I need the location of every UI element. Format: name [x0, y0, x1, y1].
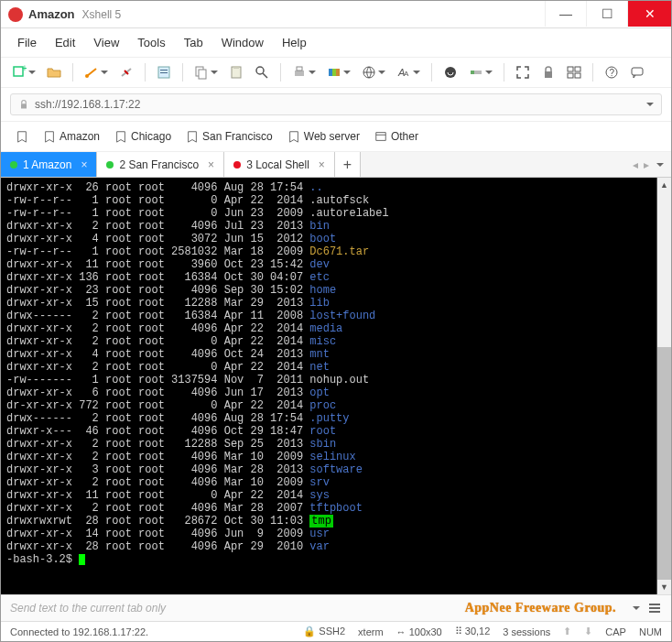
svg-rect-25 — [568, 73, 573, 78]
menu-tab[interactable]: Tab — [177, 32, 211, 53]
list-row: drwxr-x--- 46 root root 4096 Oct 29 18:4… — [6, 425, 651, 438]
address-dropdown-icon[interactable] — [645, 98, 654, 111]
lock-button[interactable] — [537, 61, 559, 83]
menu-edit[interactable]: Edit — [48, 32, 82, 53]
svg-rect-15 — [336, 69, 340, 76]
bookmarks-bar: Amazon Chicago San Francisco Web server … — [1, 122, 671, 152]
menu-window[interactable]: Window — [214, 32, 271, 53]
xagent-button[interactable] — [439, 61, 461, 83]
bookmark-other[interactable]: Other — [369, 127, 424, 146]
separator — [504, 63, 504, 82]
list-row: drwxr-xr-x 136 root root 16384 Oct 30 04… — [6, 271, 651, 284]
status-sessions: 3 sessions — [503, 626, 550, 637]
tab-prev-button[interactable]: ◂ — [633, 158, 638, 171]
hamburger-icon[interactable] — [647, 601, 662, 615]
status-dot-icon — [106, 161, 114, 169]
cursor — [79, 554, 85, 565]
properties-button[interactable] — [153, 61, 175, 83]
status-pos: ⠿ 30,12 — [455, 626, 491, 637]
maximize-button[interactable]: ☐ — [586, 1, 627, 27]
separator — [280, 63, 281, 82]
find-button[interactable] — [251, 61, 273, 83]
list-row: drwx------ 2 root root 4096 Aug 28 17:54… — [6, 412, 651, 425]
separator — [592, 63, 593, 82]
tab-label: 3 Local Shell — [246, 158, 309, 171]
encoding-button[interactable] — [358, 61, 389, 83]
list-row: -rw-r--r-- 1 root root 0 Apr 22 2014 .au… — [6, 194, 651, 207]
svg-rect-7 — [199, 70, 206, 79]
disconnect-button[interactable] — [115, 61, 137, 83]
svg-rect-23 — [568, 67, 573, 71]
toolbar: + AA ? — [1, 57, 671, 88]
paste-button[interactable] — [225, 61, 247, 83]
status-dot-icon — [233, 161, 241, 169]
tabs: 1 Amazon × 2 San Francisco × 3 Local She… — [1, 152, 671, 178]
terminal-area: drwxr-xr-x 26 root root 4096 Aug 28 17:5… — [1, 178, 671, 594]
svg-text:A: A — [404, 70, 409, 78]
list-row: -rw------- 1 root root 3137594 Nov 7 201… — [6, 374, 651, 386]
svg-rect-5 — [160, 72, 168, 73]
tab-san-francisco[interactable]: 2 San Francisco × — [97, 152, 224, 177]
list-row: -rw-r--r-- 1 root root 0 Jun 23 2009 .au… — [6, 207, 651, 220]
feedback-button[interactable] — [626, 61, 648, 83]
scroll-thumb[interactable] — [657, 347, 671, 580]
svg-rect-26 — [575, 73, 580, 78]
color-scheme-button[interactable] — [323, 61, 354, 83]
tab-label: 2 San Francisco — [119, 158, 199, 171]
status-connection: Connected to 192.168.1.17:22. — [10, 626, 148, 637]
address-input[interactable]: ssh://192.168.1.17:22 — [10, 93, 662, 115]
scroll-down-button[interactable]: ▼ — [657, 580, 671, 594]
bookmark-chicago[interactable]: Chicago — [109, 127, 177, 146]
svg-point-10 — [256, 67, 264, 74]
title-app: Amazon — [28, 7, 75, 21]
menu-file[interactable]: File — [10, 32, 44, 53]
scrollbar[interactable]: ▲ ▼ — [656, 178, 671, 594]
print-button[interactable] — [288, 61, 320, 83]
list-row: drwxr-xr-x 28 root root 4096 Apr 29 2010… — [6, 540, 651, 553]
tab-local-shell[interactable]: 3 Local Shell × — [224, 152, 335, 177]
menu-view[interactable]: View — [86, 32, 126, 53]
list-row: drwxr-xr-x 2 root root 4096 Mar 10 2009 … — [6, 451, 651, 463]
menubar: File Edit View Tools Tab Window Help — [1, 28, 671, 57]
menu-help[interactable]: Help — [275, 32, 314, 53]
send-input[interactable]: Send text to the current tab only — [10, 602, 458, 615]
font-button[interactable]: AA — [393, 61, 424, 83]
fullscreen-button[interactable] — [512, 61, 534, 83]
close-button[interactable]: ✕ — [627, 1, 671, 27]
menu-tools[interactable]: Tools — [130, 32, 172, 53]
address-bar: ssh://192.168.1.17:22 — [1, 88, 671, 122]
send-mode-button[interactable] — [631, 602, 640, 615]
help-button[interactable]: ? — [601, 61, 623, 83]
tab-next-button[interactable]: ▸ — [644, 158, 649, 171]
terminal[interactable]: drwxr-xr-x 26 root root 4096 Aug 28 17:5… — [1, 178, 656, 594]
list-row: drwxr-xr-x 4 root root 4096 Oct 24 2013 … — [6, 348, 651, 361]
open-button[interactable] — [43, 61, 65, 83]
separator — [145, 63, 146, 82]
svg-rect-24 — [575, 67, 580, 71]
new-tab-button[interactable]: + — [335, 152, 361, 177]
status-cap: CAP — [605, 626, 626, 637]
tab-nav: ◂ ▸ — [625, 152, 671, 177]
down-icon: ⬇ — [584, 626, 592, 637]
reconnect-button[interactable] — [81, 61, 112, 83]
tab-close-button[interactable]: × — [319, 158, 325, 171]
scroll-up-button[interactable]: ▲ — [657, 178, 671, 192]
copy-button[interactable] — [190, 61, 222, 83]
svg-point-19 — [445, 67, 456, 78]
new-session-button[interactable]: + — [8, 61, 39, 83]
tab-close-button[interactable]: × — [208, 158, 214, 171]
minimize-button[interactable]: — — [545, 1, 586, 27]
svg-text:?: ? — [610, 68, 615, 78]
bookmark-amazon[interactable]: Amazon — [38, 127, 105, 146]
bookmark-web-server[interactable]: Web server — [282, 127, 365, 146]
tab-amazon[interactable]: 1 Amazon × — [1, 152, 97, 177]
tunneling-button[interactable] — [465, 61, 496, 83]
tab-close-button[interactable]: × — [81, 158, 87, 171]
status-size: ↔ 100x30 — [396, 626, 442, 637]
send-bar: Send text to the current tab only AppNee… — [1, 594, 671, 621]
svg-rect-14 — [332, 69, 336, 76]
add-bookmark-button[interactable] — [10, 127, 34, 146]
sessions-button[interactable] — [563, 61, 585, 83]
tab-list-button[interactable] — [655, 158, 664, 171]
bookmark-san-francisco[interactable]: San Francisco — [180, 127, 278, 146]
